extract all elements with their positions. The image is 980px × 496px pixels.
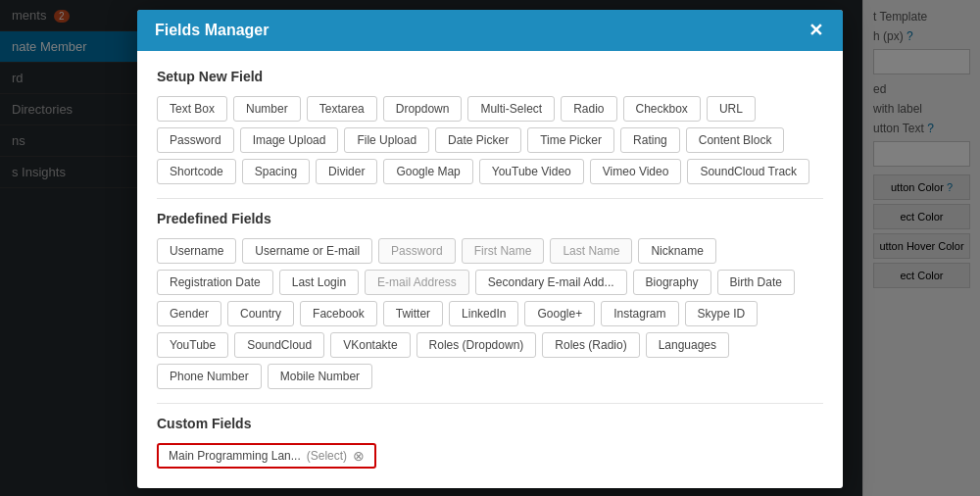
predefined-field-btn[interactable]: Secondary E-mail Add... bbox=[475, 270, 627, 295]
modal-title: Fields Manager bbox=[155, 22, 269, 39]
modal-body: Setup New Field Text BoxNumberTextareaDr… bbox=[137, 51, 843, 488]
predefined-field-btn[interactable]: YouTube bbox=[157, 332, 228, 358]
setup-field-btn[interactable]: YouTube Video bbox=[479, 159, 584, 184]
setup-field-btn[interactable]: Text Box bbox=[157, 96, 227, 122]
predefined-field-btn: Password bbox=[378, 238, 456, 264]
setup-field-btn[interactable]: Rating bbox=[620, 127, 680, 153]
predefined-field-btn[interactable]: Country bbox=[227, 301, 294, 326]
setup-field-btn[interactable]: SoundCloud Track bbox=[687, 159, 809, 184]
setup-field-btn[interactable]: Textarea bbox=[307, 96, 377, 122]
setup-field-btn[interactable]: Date Picker bbox=[435, 127, 521, 153]
predefined-field-btn[interactable]: Skype ID bbox=[685, 301, 759, 326]
custom-field-label: Main Programming Lan... bbox=[169, 449, 301, 463]
predefined-field-grid: UsernameUsername or E-mailPasswordFirst … bbox=[157, 238, 823, 389]
custom-section-title: Custom Fields bbox=[157, 416, 823, 431]
predefined-field-btn[interactable]: Biography bbox=[633, 270, 711, 295]
predefined-field-btn[interactable]: Google+ bbox=[524, 301, 595, 326]
setup-field-btn[interactable]: Content Block bbox=[686, 127, 785, 153]
setup-field-btn[interactable]: Image Upload bbox=[240, 127, 339, 153]
predefined-field-btn[interactable]: LinkedIn bbox=[449, 301, 518, 326]
predefined-field-btn[interactable]: Mobile Number bbox=[268, 364, 372, 389]
predefined-field-btn[interactable]: Birth Date bbox=[717, 270, 795, 295]
predefined-field-btn: First Name bbox=[462, 238, 545, 264]
predefined-field-btn[interactable]: Facebook bbox=[300, 301, 377, 326]
setup-section-title: Setup New Field bbox=[157, 69, 823, 84]
fields-manager-modal: Fields Manager ✕ Setup New Field Text Bo… bbox=[137, 10, 843, 488]
setup-field-btn[interactable]: Shortcode bbox=[157, 159, 236, 184]
modal-close-button[interactable]: ✕ bbox=[807, 22, 825, 39]
predefined-field-btn[interactable]: Last Login bbox=[279, 270, 359, 295]
setup-field-grid: Text BoxNumberTextareaDropdownMulti-Sele… bbox=[157, 96, 823, 184]
predefined-field-btn[interactable]: SoundCloud bbox=[234, 332, 324, 358]
custom-field-remove-icon[interactable]: ⊗ bbox=[353, 449, 365, 463]
setup-field-btn[interactable]: Vimeo Video bbox=[590, 159, 682, 184]
setup-field-btn[interactable]: Spacing bbox=[242, 159, 310, 184]
section-divider-2 bbox=[157, 403, 823, 404]
custom-field-item: Main Programming Lan... (Select) ⊗ bbox=[157, 443, 376, 469]
setup-field-btn[interactable]: Time Picker bbox=[527, 127, 614, 153]
predefined-field-btn: Last Name bbox=[550, 238, 632, 264]
predefined-field-btn[interactable]: VKontakte bbox=[330, 332, 410, 358]
predefined-field-btn: E-mail Address bbox=[365, 270, 469, 295]
predefined-field-btn[interactable]: Twitter bbox=[383, 301, 443, 326]
setup-field-btn[interactable]: Number bbox=[233, 96, 301, 122]
predefined-field-btn[interactable]: Username or E-mail bbox=[242, 238, 372, 264]
predefined-field-btn[interactable]: Roles (Dropdown) bbox=[416, 332, 537, 358]
setup-field-btn[interactable]: URL bbox=[707, 96, 756, 122]
predefined-field-btn[interactable]: Phone Number bbox=[157, 364, 262, 389]
predefined-field-btn[interactable]: Gender bbox=[157, 301, 221, 326]
setup-field-btn[interactable]: Divider bbox=[316, 159, 377, 184]
setup-field-btn[interactable]: Google Map bbox=[383, 159, 472, 184]
predefined-field-btn[interactable]: Nickname bbox=[638, 238, 715, 264]
setup-field-btn[interactable]: Radio bbox=[561, 96, 616, 122]
predefined-field-btn[interactable]: Registration Date bbox=[157, 270, 273, 295]
custom-field-grid: Main Programming Lan... (Select) ⊗ bbox=[157, 443, 823, 469]
setup-field-btn[interactable]: File Upload bbox=[344, 127, 429, 153]
modal-backdrop: Fields Manager ✕ Setup New Field Text Bo… bbox=[0, 0, 980, 496]
predefined-field-btn[interactable]: Roles (Radio) bbox=[542, 332, 639, 358]
predefined-field-btn[interactable]: Languages bbox=[646, 332, 729, 358]
predefined-field-btn[interactable]: Username bbox=[157, 238, 236, 264]
modal-header: Fields Manager ✕ bbox=[137, 10, 843, 51]
setup-field-btn[interactable]: Dropdown bbox=[383, 96, 463, 122]
setup-field-btn[interactable]: Password bbox=[157, 127, 234, 153]
setup-field-btn[interactable]: Checkbox bbox=[623, 96, 701, 122]
predefined-section-title: Predefined Fields bbox=[157, 211, 823, 226]
predefined-field-btn[interactable]: Instagram bbox=[601, 301, 678, 326]
setup-field-btn[interactable]: Multi-Select bbox=[467, 96, 555, 122]
custom-field-type: (Select) bbox=[307, 449, 347, 463]
section-divider-1 bbox=[157, 198, 823, 199]
